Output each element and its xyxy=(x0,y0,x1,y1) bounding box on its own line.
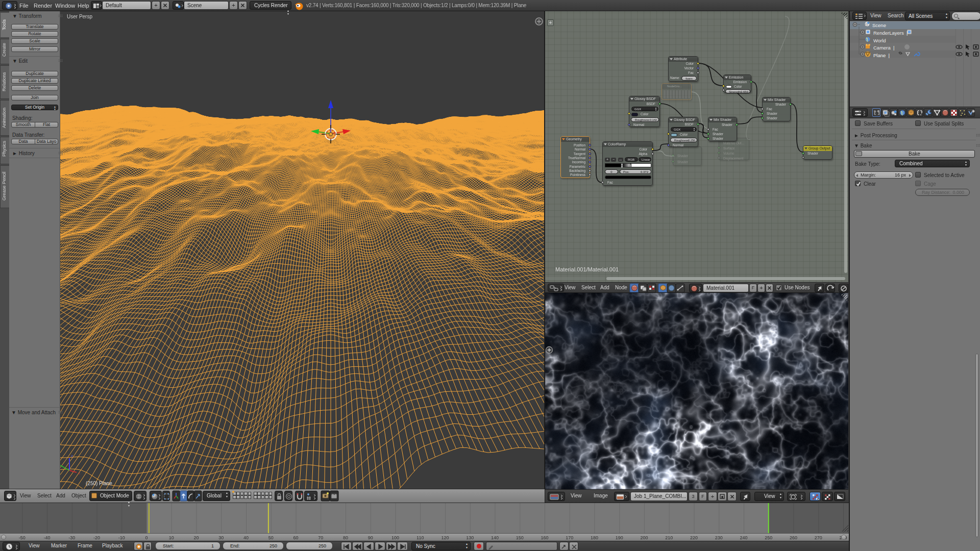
svg-text:z: z xyxy=(71,454,73,458)
svg-text:x: x xyxy=(78,471,80,475)
